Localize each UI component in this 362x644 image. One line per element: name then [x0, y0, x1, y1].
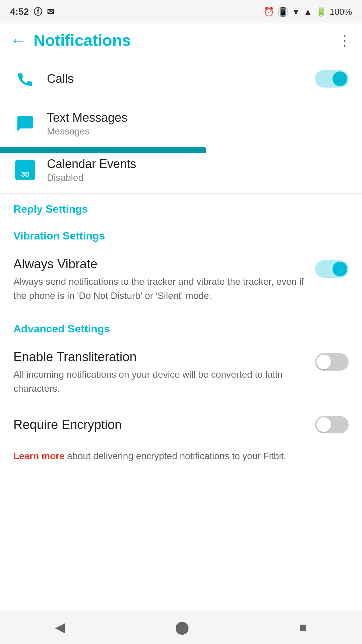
wifi-icon: ▼: [292, 7, 300, 17]
bottom-navigation: ◀ ⬤ ■: [0, 610, 362, 644]
reply-settings-header[interactable]: Reply Settings: [0, 194, 362, 220]
nav-home-button[interactable]: ⬤: [175, 620, 189, 635]
calendar-events-title: Calendar Events: [47, 157, 349, 171]
signal-icon: ▲: [304, 7, 312, 17]
status-time: 4:52: [10, 6, 29, 17]
calls-item[interactable]: Calls: [0, 57, 362, 101]
calls-title: Calls: [47, 72, 315, 86]
calendar-events-item[interactable]: 30 Calendar Events Disabled: [0, 147, 362, 193]
facebook-icon: ⓕ: [34, 6, 42, 18]
calendar-events-subtitle: Disabled: [47, 172, 349, 183]
always-vibrate-content: Always Vibrate Always send notifications…: [13, 257, 315, 303]
calls-toggle[interactable]: [315, 70, 349, 88]
learn-more-link[interactable]: Learn more: [13, 451, 65, 461]
vibration-settings-header: Vibration Settings: [0, 220, 362, 247]
more-options-button[interactable]: ⋮: [337, 32, 352, 49]
text-messages-title: Text Messages: [47, 111, 349, 125]
status-bar: 4:52 ⓕ ✉ ⏰ 📳 ▼ ▲ 🔋 100%: [0, 0, 362, 23]
chat-icon: [13, 112, 37, 136]
transliteration-toggle[interactable]: [315, 353, 349, 371]
battery-icon: 🔋: [316, 7, 326, 17]
transliteration-content: Enable Transliteration All incoming noti…: [13, 350, 315, 396]
back-button[interactable]: ←: [10, 31, 27, 50]
status-left: 4:52 ⓕ ✉: [10, 6, 54, 18]
transliteration-description: All incoming notifications on your devic…: [13, 368, 308, 396]
battery-percent: 100%: [330, 7, 352, 17]
gmail-icon: ✉: [47, 7, 54, 17]
transliteration-title: Enable Transliteration: [13, 350, 308, 364]
status-right: ⏰ 📳 ▼ ▲ 🔋 100%: [263, 7, 352, 17]
calendar-icon: 30: [13, 158, 37, 182]
learn-more-text: about delivering encrypted notifications…: [65, 451, 286, 461]
advanced-settings-header: Advanced Settings: [0, 313, 362, 340]
enable-transliteration-item[interactable]: Enable Transliteration All incoming noti…: [0, 340, 362, 406]
learn-more-section: Learn more about delivering encrypted no…: [0, 443, 362, 474]
always-vibrate-item[interactable]: Always Vibrate Always send notifications…: [0, 247, 362, 313]
encryption-toggle[interactable]: [315, 416, 349, 433]
always-vibrate-description: Always send notifications to the tracker…: [13, 275, 308, 303]
app-bar: ← Notifications ⋮: [0, 23, 362, 57]
page-title: Notifications: [34, 31, 337, 50]
phone-icon: [13, 67, 37, 91]
vibrate-icon: 📳: [278, 7, 288, 17]
text-messages-item[interactable]: Text Messages Messages: [0, 101, 362, 147]
calls-content: Calls: [47, 72, 315, 86]
nav-back-button[interactable]: ◀: [55, 620, 65, 635]
alarm-icon: ⏰: [263, 7, 274, 17]
require-encryption-item[interactable]: Require Encryption: [0, 406, 362, 443]
text-messages-content: Text Messages Messages: [47, 111, 349, 137]
calendar-events-content: Calendar Events Disabled: [47, 157, 349, 183]
always-vibrate-title: Always Vibrate: [13, 257, 308, 271]
encryption-title: Require Encryption: [13, 418, 315, 432]
nav-recents-button[interactable]: ■: [299, 620, 307, 635]
text-messages-subtitle: Messages: [47, 126, 349, 137]
always-vibrate-toggle[interactable]: [315, 260, 349, 278]
